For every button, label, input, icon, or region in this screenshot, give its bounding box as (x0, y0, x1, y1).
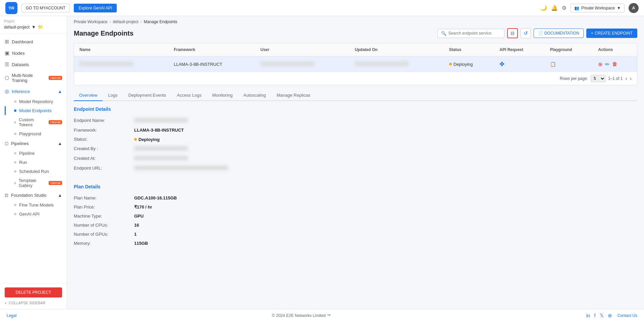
sidebar-item-scheduled-run[interactable]: Scheduled Run (9, 167, 67, 176)
sidebar-item-datasets[interactable]: ☰ Datasets (0, 59, 67, 70)
avatar[interactable]: A (629, 3, 639, 13)
refresh-button[interactable]: ↺ (521, 28, 531, 38)
sidebar-nav: ⊞ Dashboard ▣ Nodes ☰ Datasets ⬡ Multi-N… (0, 33, 67, 283)
search-input[interactable] (448, 31, 495, 36)
twitter-icon[interactable]: 𝕏 (600, 313, 604, 319)
stop-button[interactable]: ⊗ (598, 61, 602, 67)
datasets-icon: ☰ (5, 61, 9, 67)
api-request-icon[interactable]: ✤ (499, 61, 504, 67)
next-page-button[interactable]: › (630, 76, 632, 82)
sidebar-item-nodes[interactable]: ▣ Nodes (0, 47, 67, 59)
cell-playground[interactable]: 📋 (545, 56, 593, 72)
endpoint-details-title: Endpoint Details (74, 106, 637, 112)
rss-icon[interactable]: ⊛ (608, 313, 612, 319)
dot-icon (14, 152, 16, 154)
workspace-label: Private Workspace (581, 6, 615, 10)
filter-button[interactable]: ⊟ (507, 28, 518, 38)
dot-icon (14, 109, 16, 112)
contact-link[interactable]: Contact Us (618, 313, 637, 318)
endpoint-name-row: Endpoint Name: (74, 116, 637, 126)
framework-label: Framework: (74, 128, 134, 133)
tab-manage-replicas[interactable]: Manage Replicas (271, 90, 316, 101)
sidebar-item-model-repository[interactable]: Model Repository (9, 97, 67, 106)
chevron-down-icon: ▼ (32, 25, 36, 30)
genai-button[interactable]: Explore GenAI API (74, 4, 117, 12)
tab-overview[interactable]: Overview (74, 90, 103, 101)
dot-icon (14, 213, 16, 215)
foundation-submenu: Fine Tune Models GenAI API (0, 200, 67, 219)
chevron-up-icon: ▲ (58, 141, 62, 146)
sidebar-item-dashboard[interactable]: ⊞ Dashboard (0, 36, 67, 47)
tab-autoscaling[interactable]: Autoscaling (238, 90, 271, 101)
legal-link[interactable]: Legal (7, 313, 16, 318)
num-cpus-value: 16 (134, 223, 139, 228)
copyright: © 2024 E2E Networks Limited ™ (272, 313, 331, 318)
table-header: Name Framework User Updated On Status AP… (74, 43, 637, 56)
sidebar-item-genai-api[interactable]: GenAI API (9, 210, 67, 219)
created-at-value (134, 156, 188, 162)
sidebar-item-model-endpoints[interactable]: Model Endpoints (9, 106, 67, 115)
collapse-sidebar-button[interactable]: « COLLAPSE SIDEBAR (5, 301, 62, 305)
cell-framework: LLAMA-3-8B-INSTRUCT (168, 56, 255, 72)
pagination-info: 1–1 of 1 (608, 76, 623, 81)
sidebar-item-label: Foundation Studio (11, 193, 47, 198)
endpoint-details-section: Endpoint Details Endpoint Name: Framewor… (74, 106, 637, 173)
documentation-button[interactable]: 📄 DOCUMENTATION (534, 29, 584, 38)
myaccount-button[interactable]: GO TO MYACCOUNT (21, 4, 70, 12)
breadcrumb-sep: › (141, 19, 142, 24)
moon-icon[interactable]: 🌙 (540, 5, 547, 11)
created-by-label: Created By : (74, 146, 134, 151)
breadcrumb-workspace[interactable]: Private Workspace (74, 19, 107, 24)
num-gpus-label: Number of GPUs: (74, 232, 134, 237)
status-label: Deploying (453, 62, 473, 67)
col-framework: Framework (168, 43, 255, 56)
sidebar-item-template-gallery[interactable]: Template Gallery Internal (9, 176, 67, 190)
cell-actions: ⊗ ✏ 🗑 (593, 56, 637, 72)
inference-icon: ◎ (5, 88, 9, 94)
cell-user (255, 56, 350, 72)
rows-per-page-select[interactable]: 5 10 25 (591, 75, 605, 82)
sidebar-item-playground[interactable]: Playground (9, 129, 67, 138)
delete-project-button[interactable]: DELETE PROJECT (5, 287, 62, 297)
prev-page-button[interactable]: ‹ (625, 76, 627, 82)
tab-monitoring[interactable]: Monitoring (207, 90, 238, 101)
created-by-row: Created By : (74, 144, 637, 154)
nodes-icon: ▣ (5, 50, 9, 56)
sidebar-bottom: DELETE PROJECT « COLLAPSE SIDEBAR (0, 283, 67, 309)
delete-button[interactable]: 🗑 (612, 61, 618, 67)
col-actions: Actions (593, 43, 637, 56)
tab-logs[interactable]: Logs (103, 90, 123, 101)
endpoint-url-value (134, 166, 228, 171)
bell-icon[interactable]: 🔔 (551, 5, 558, 11)
created-at-label: Created At: (74, 156, 134, 161)
sidebar-item-multinode[interactable]: ⬡ Multi-Node Training Internal (0, 70, 67, 86)
facebook-icon[interactable]: f (594, 313, 595, 319)
dashboard-icon: ⊞ (5, 39, 9, 45)
topnav: TIR GO TO MYACCOUNT Explore GenAI API 🌙 … (0, 0, 644, 16)
breadcrumb: Private Workspace › default-project › Ma… (67, 16, 644, 26)
sidebar-item-pipeline[interactable]: Pipeline (9, 149, 67, 158)
cell-api[interactable]: ✤ (494, 56, 544, 72)
sidebar-item-inference[interactable]: ◎ Inference ▲ (0, 86, 67, 97)
linkedin-icon[interactable]: in (586, 313, 590, 319)
sidebar-item-run[interactable]: Run (9, 158, 67, 167)
edit-button[interactable]: ✏ (605, 61, 609, 67)
pipelines-submenu: Pipeline Run Scheduled Run Template Gall… (0, 149, 67, 190)
dot-icon (14, 121, 16, 124)
workspace-button[interactable]: 👥 Private Workspace ▼ (571, 4, 625, 12)
gear-icon[interactable]: ⚙ (562, 5, 567, 11)
dot-icon (14, 100, 16, 103)
breadcrumb-project[interactable]: default-project (113, 19, 138, 24)
collapse-icon: « (5, 301, 7, 305)
sidebar-item-foundation-studio[interactable]: ⊡ Foundation Studio ▲ (0, 190, 67, 200)
memory-row: Memory: 115GB (74, 239, 637, 248)
sidebar-item-custom-tokens[interactable]: Custom Tokens Internal (9, 115, 67, 129)
page-title: Manage Endpoints (74, 30, 133, 37)
tab-access-logs[interactable]: Access Logs (171, 90, 207, 101)
sidebar-item-fine-tune[interactable]: Fine Tune Models (9, 200, 67, 210)
sidebar-item-pipelines[interactable]: ⬡ Pipelines ▲ (0, 138, 67, 149)
create-endpoint-button[interactable]: + CREATE ENDPOINT (586, 29, 637, 38)
tab-deployment-events[interactable]: Deployment Events (123, 90, 171, 101)
playground-icon[interactable]: 📋 (550, 61, 556, 67)
project-select[interactable]: default-project ▼ 📁 (4, 25, 63, 30)
